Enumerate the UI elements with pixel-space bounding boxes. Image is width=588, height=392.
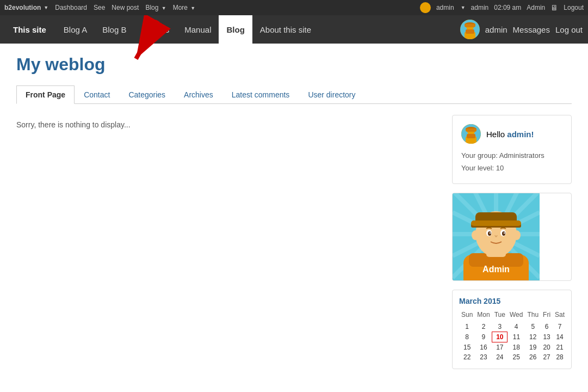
main-content: My weblog Front Page Contact Categories … (0, 44, 588, 389)
more-dropdown-arrow: ▼ (190, 5, 195, 11)
admin-bar: b2evolution ▼ Dashboard See New post Blo… (0, 0, 588, 15)
calendar-day[interactable]: 28 (553, 352, 567, 362)
calendar-day[interactable]: 16 (475, 342, 492, 352)
calendar-day[interactable]: 25 (507, 352, 525, 362)
blog-dropdown[interactable]: Blog ▼ (145, 4, 166, 11)
tab-bar: Front Page Contact Categories Archives L… (16, 85, 572, 104)
user-greeting-text: Hello admin! (486, 130, 534, 139)
admin-bar-time: 02:09 am (494, 4, 521, 11)
nav-user-section: admin Messages Log out (460, 20, 583, 39)
svg-text:Admin: Admin (482, 265, 510, 274)
nav-blog-a[interactable]: Blog A (56, 15, 95, 44)
tab-latest-comments[interactable]: Latest comments (222, 85, 299, 104)
calendar-day[interactable]: 22 (459, 352, 475, 362)
calendar-week-row: 1234567 (459, 322, 567, 332)
tab-user-directory[interactable]: User directory (299, 85, 364, 104)
user-meta: Your group: Administrators Your level: 1… (461, 149, 562, 175)
calendar-day[interactable]: 21 (553, 342, 567, 352)
calendar-day[interactable]: 13 (541, 332, 553, 342)
calendar-day[interactable]: 9 (475, 332, 492, 342)
screen-icon: 🖥 (550, 3, 558, 12)
calendar-day[interactable]: 11 (507, 332, 525, 342)
svg-point-3 (421, 9, 430, 13)
svg-rect-7 (466, 29, 474, 34)
nav-this-site[interactable]: This site (5, 15, 54, 44)
more-dropdown[interactable]: More ▼ (173, 4, 196, 11)
admin-bar-username[interactable]: admin (436, 4, 454, 11)
avatar-svg: Admin (453, 193, 540, 280)
brand-dropdown-arrow: ▼ (44, 5, 48, 10)
see-link[interactable]: See (94, 4, 105, 11)
nav-manual[interactable]: Manual (177, 15, 219, 44)
tab-categories[interactable]: Categories (119, 85, 175, 104)
cal-header-sat: Sat (553, 310, 567, 320)
admin-label: Admin (527, 4, 545, 11)
calendar-day[interactable]: 23 (475, 352, 492, 362)
calendar-day[interactable]: 18 (507, 342, 525, 352)
calendar-day[interactable]: 20 (541, 342, 553, 352)
calendar-grid: Sun Mon Tue Wed Thu Fri Sat 123456789101… (459, 310, 567, 362)
calendar-title: March 2015 (459, 297, 565, 305)
calendar-day[interactable]: 4 (507, 322, 525, 332)
svg-rect-48 (471, 220, 521, 226)
nav-bar: This site Blog A Blog B Forums Manual Bl… (0, 15, 588, 44)
nav-logout[interactable]: Log out (555, 25, 583, 34)
calendar-day[interactable]: 8 (459, 332, 475, 342)
calendar-widget: March 2015 Sun Mon Tue Wed Thu Fri Sat (452, 290, 572, 369)
calendar-day[interactable]: 27 (541, 352, 553, 362)
brand-name: b2evolution (4, 4, 41, 11)
calendar-day[interactable]: 7 (553, 322, 567, 332)
svg-point-44 (513, 230, 521, 240)
user-info-content: Hello admin! Your group: Administrators … (453, 115, 571, 183)
body-layout: Sorry, there is nothing to display... (16, 115, 572, 378)
calendar-day[interactable]: 14 (553, 332, 567, 342)
tab-front-page[interactable]: Front Page (16, 85, 75, 104)
cal-header-wed: Wed (507, 310, 525, 320)
calendar-day[interactable]: 3 (492, 322, 507, 332)
empty-message: Sorry, there is nothing to display... (16, 115, 441, 134)
calendar-day[interactable]: 1 (459, 322, 475, 332)
svg-point-40 (502, 231, 505, 236)
user-info-widget: Hello admin! Your group: Administrators … (452, 115, 572, 184)
calendar-day[interactable]: 15 (459, 342, 475, 352)
nav-blog-b[interactable]: Blog B (95, 15, 134, 44)
user-group: Your group: Administrators (461, 149, 562, 162)
new-post-link[interactable]: New post (112, 4, 139, 11)
greeting-label: Hello (486, 130, 507, 139)
messages-link[interactable]: admin (471, 4, 489, 11)
calendar-day[interactable]: 5 (525, 322, 541, 332)
nav-blog[interactable]: Blog (219, 15, 252, 44)
svg-point-39 (488, 231, 491, 236)
admin-bar-right: admin ▼ admin 02:09 am Admin 🖥 Logout (420, 2, 584, 13)
calendar-day[interactable]: 24 (492, 352, 507, 362)
nav-about[interactable]: About this site (252, 15, 319, 44)
admin-bar-avatar (420, 2, 431, 13)
calendar-day[interactable]: 12 (525, 332, 541, 342)
user-info-header: Hello admin! (461, 124, 562, 144)
calendar-day[interactable]: 2 (475, 322, 492, 332)
calendar-day[interactable]: 10 (492, 332, 507, 342)
nav-user-avatar (460, 20, 480, 39)
tab-contact[interactable]: Contact (75, 85, 119, 104)
calendar-day[interactable]: 26 (525, 352, 541, 362)
tab-archives[interactable]: Archives (175, 85, 222, 104)
avatar-widget: Admin (452, 193, 572, 281)
big-avatar-container: Admin (453, 193, 540, 280)
sidebar: Hello admin! Your group: Administrators … (452, 115, 572, 378)
nav-user-name[interactable]: admin (485, 25, 507, 34)
calendar-day[interactable]: 19 (525, 342, 541, 352)
user-info-avatar (461, 124, 481, 144)
calendar-week-row: 22232425262728 (459, 352, 567, 362)
nav-forums[interactable]: Forums (134, 15, 177, 44)
dashboard-link[interactable]: Dashboard (55, 4, 87, 11)
logout-link[interactable]: Logout (564, 4, 584, 11)
brand-logo[interactable]: b2evolution ▼ (4, 4, 48, 11)
calendar-content: March 2015 Sun Mon Tue Wed Thu Fri Sat (453, 290, 571, 369)
calendar-day[interactable]: 17 (492, 342, 507, 352)
greeting-username: admin! (507, 130, 534, 139)
user-level: Your level: 10 (461, 162, 562, 174)
svg-point-42 (504, 232, 505, 234)
calendar-day[interactable]: 6 (541, 322, 553, 332)
blog-dropdown-arrow: ▼ (162, 5, 166, 11)
nav-messages[interactable]: Messages (513, 25, 550, 34)
